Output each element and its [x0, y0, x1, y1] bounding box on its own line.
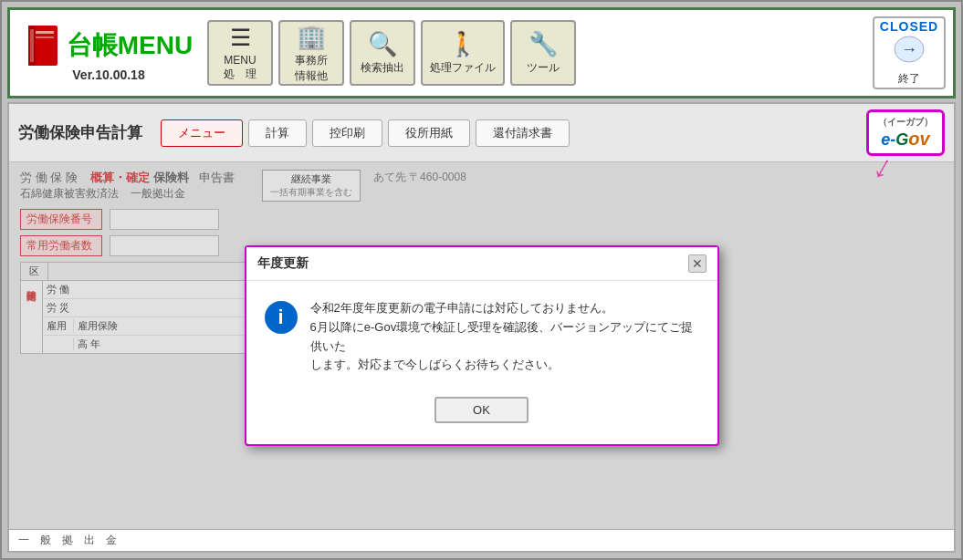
svg-rect-4: [36, 36, 54, 38]
closed-button[interactable]: CLOSED → 終了: [873, 16, 946, 89]
jimusho-button[interactable]: 🏢 事務所情報他: [278, 20, 344, 86]
egov-sub-text: （イーガブ）: [878, 116, 933, 129]
jimusho-label: 事務所情報他: [295, 53, 328, 84]
ok-button[interactable]: OK: [434, 397, 529, 423]
closed-end-label: 終了: [898, 71, 920, 87]
tool-button[interactable]: 🔧 ツール: [510, 20, 576, 86]
modal-body: i 令和2年度年度更新の電子申請には対応しておりません。 6月以降にe-Gov環…: [246, 281, 717, 388]
svg-text:→: →: [901, 40, 917, 58]
modal-message-line1: 令和2年度年度更新の電子申請には対応しておりません。: [310, 299, 699, 318]
tool-icon: 🔧: [529, 30, 558, 58]
egov-main-text: e-Gov: [881, 129, 929, 150]
header-bar: 台帳MENU Ver.10.00.18 ☰ MENU処 理 🏢 事務所情報他 🔍…: [7, 7, 956, 99]
logo-title: 台帳MENU: [25, 24, 193, 67]
logo-text: 台帳MENU: [67, 28, 193, 63]
kensaku-button[interactable]: 🔍 検索抽出: [350, 20, 415, 86]
modal-message-line2: 6月以降にe-Gov環境で検証し受理を確認後、バージョンアップにてご提供いた: [310, 318, 699, 357]
egov-button[interactable]: （イーガブ） e-Gov: [866, 109, 945, 156]
tab-keisan[interactable]: 計算: [248, 119, 307, 147]
logo-area: 台帳MENU Ver.10.00.18: [17, 24, 200, 82]
menu-process-button[interactable]: ☰ MENU処 理: [207, 20, 273, 86]
egov-icon: （イーガブ） e-Gov: [878, 116, 933, 150]
tab-menu[interactable]: メニュー: [161, 119, 243, 147]
modal-title: 年度更新: [257, 255, 309, 272]
modal-titlebar: 年度更新 ✕: [246, 247, 717, 281]
modal-footer: OK: [246, 388, 717, 438]
svg-rect-2: [30, 29, 34, 62]
header-buttons: ☰ MENU処 理 🏢 事務所情報他 🔍 検索抽出 🚶 処理ファイル 🔧 ツール: [207, 20, 865, 86]
modal-message: 令和2年度年度更新の電子申請には対応しておりません。 6月以降にe-Gov環境で…: [310, 299, 699, 375]
shori-button[interactable]: 🚶 処理ファイル: [421, 20, 505, 86]
tool-label: ツール: [527, 60, 560, 76]
jimusho-icon: 🏢: [297, 23, 326, 51]
tab-kanpu[interactable]: 還付請求書: [476, 119, 570, 147]
modal-overlay: 年度更新 ✕ i 令和2年度年度更新の電子申請には対応しておりません。 6月以降…: [9, 162, 954, 529]
menu-label: MENU処 理: [224, 54, 256, 82]
svg-rect-3: [36, 31, 54, 34]
tab-bar: 労働保険申告計算 メニュー 計算 控印刷 役所用紙 還付請求書 （イーガブ） e…: [9, 104, 954, 162]
tab-yakusho[interactable]: 役所用紙: [388, 119, 470, 147]
outer-frame: 台帳MENU Ver.10.00.18 ☰ MENU処 理 🏢 事務所情報他 🔍…: [0, 0, 963, 560]
kensaku-icon: 🔍: [368, 30, 397, 58]
kensaku-label: 検索抽出: [361, 60, 404, 76]
modal-message-line3: します。対応まで今しばらくお待ちください。: [310, 356, 699, 375]
modal-close-button[interactable]: ✕: [688, 254, 707, 273]
bottom-row: 一 般 拠 出 金: [9, 529, 954, 551]
main-area: 労働保険申告計算 メニュー 計算 控印刷 役所用紙 還付請求書 （イーガブ） e…: [7, 102, 956, 553]
version-text: Ver.10.00.18: [72, 67, 144, 82]
modal-dialog: 年度更新 ✕ i 令和2年度年度更新の電子申請には対応しておりません。 6月以降…: [245, 245, 719, 446]
info-icon: i: [265, 301, 298, 334]
page-title: 労働保険申告計算: [18, 122, 142, 143]
closed-label: CLOSED: [880, 19, 938, 34]
menu-icon: ☰: [230, 24, 251, 52]
shori-icon: 🚶: [448, 30, 477, 58]
content-area: 労 働 保 険 概算・確定 保険料 申告書 石綿健康被害救済法 一般拠出金: [9, 162, 954, 529]
ippan-bottom-label: 一 般 拠 出 金: [18, 533, 117, 548]
tab-hikae[interactable]: 控印刷: [312, 119, 382, 147]
shori-label: 処理ファイル: [430, 60, 496, 76]
closed-icon: →: [891, 34, 927, 71]
book-icon: [25, 24, 61, 67]
